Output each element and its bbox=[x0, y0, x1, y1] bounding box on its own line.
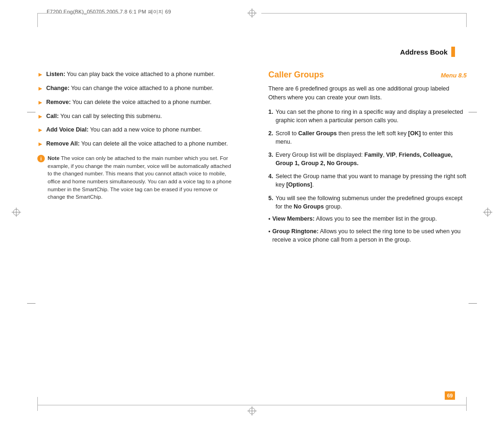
note-text-body: The voice can only be attached to the ma… bbox=[48, 155, 231, 200]
dot-view: • bbox=[268, 215, 270, 223]
sub-bullet-view: • View Members: Allows you to see the me… bbox=[268, 215, 467, 223]
arrow-icon-change: ► bbox=[37, 84, 43, 93]
text-3: Every Group list will be displayed: Fami… bbox=[275, 151, 467, 167]
num-5: 5. bbox=[268, 194, 273, 202]
sub-bullet-ringtone: • Group Ringtone: Allows you to select t… bbox=[268, 227, 467, 244]
list-item-add-voice: ► Add Voice Dial: You can add a new voic… bbox=[37, 125, 236, 135]
text-remove-all: You can delete all the voice attached to… bbox=[81, 140, 228, 147]
label-remove: Remove: bbox=[46, 99, 71, 105]
bold-caller-groups: Caller Groups bbox=[298, 130, 337, 137]
page-number: 69 bbox=[445, 391, 455, 400]
bullet-text-change: Change: You can change the voice attache… bbox=[46, 84, 214, 92]
numbered-item-2: 2. Scroll to Caller Groups then press th… bbox=[268, 129, 467, 146]
sub-bullet-list: • View Members: Allows you to see the me… bbox=[268, 215, 467, 244]
bold-group-ringtone: Group Ringtone: bbox=[272, 228, 318, 235]
left-column: ► Listen: You can play back the voice at… bbox=[37, 70, 245, 377]
address-book-title: Address Book bbox=[400, 48, 448, 56]
bullet-text-remove-all: Remove All: You can delete all the voice… bbox=[46, 139, 228, 148]
numbered-item-4: 4. Select the Group name that you want t… bbox=[268, 172, 467, 189]
side-line-left-1 bbox=[27, 112, 35, 112]
vert-line-left-top bbox=[37, 13, 38, 27]
reg-mark-right bbox=[483, 208, 492, 217]
bold-options: [Options] bbox=[286, 181, 312, 188]
list-item-remove-all: ► Remove All: You can delete all the voi… bbox=[37, 139, 236, 149]
note-icon: i bbox=[37, 155, 45, 162]
text-5: You will see the following submenus unde… bbox=[275, 194, 467, 211]
bullet-text-call: Call: You can call by selecting this sub… bbox=[46, 112, 162, 120]
bold-family: Family bbox=[364, 152, 383, 158]
text-remove: You can delete the voice attached to a p… bbox=[72, 99, 211, 105]
bold-ok: [OK] bbox=[408, 130, 421, 137]
numbered-item-3: 3. Every Group list will be displayed: F… bbox=[268, 151, 467, 167]
text-change: You can change the voice attached to a p… bbox=[71, 85, 213, 91]
list-item-listen: ► Listen: You can play back the voice at… bbox=[37, 70, 236, 79]
num-4: 4. bbox=[268, 172, 273, 181]
num-2: 2. bbox=[268, 129, 273, 138]
vert-line-left-bottom bbox=[37, 397, 38, 411]
bold-no-groups: No Groups bbox=[294, 203, 324, 210]
view-members-text: Allows you to see the member list in the… bbox=[316, 215, 437, 222]
label-change: Change: bbox=[46, 85, 70, 91]
content-area: ► Listen: You can play back the voice at… bbox=[37, 70, 467, 377]
vert-line-right-bottom bbox=[466, 397, 467, 411]
arrow-icon-remove: ► bbox=[37, 98, 43, 107]
text-4: Select the Group name that you want to m… bbox=[275, 172, 467, 189]
arrow-icon-call: ► bbox=[37, 112, 43, 121]
numbered-item-5: 5. You will see the following submenus u… bbox=[268, 194, 467, 211]
label-listen: Listen: bbox=[46, 71, 65, 77]
dot-ringtone: • bbox=[268, 228, 270, 236]
side-line-left-2 bbox=[27, 303, 35, 304]
arrow-icon-listen: ► bbox=[37, 70, 43, 79]
page-wrapper: F7200 Eng(BK)_050705 2005.7.8 6:1 PM 페이지… bbox=[0, 0, 504, 424]
list-item-remove: ► Remove: You can delete the voice attac… bbox=[37, 98, 236, 107]
header-text: F7200 Eng(BK)_050705 2005.7.8 6:1 PM 페이지… bbox=[47, 8, 171, 15]
orange-bar-header bbox=[451, 47, 455, 57]
right-column: Caller Groups Menu 8.5 There are 6 prede… bbox=[264, 70, 467, 377]
top-line-right bbox=[261, 13, 467, 14]
list-item-change: ► Change: You can change the voice attac… bbox=[37, 84, 236, 93]
list-item-call: ► Call: You can call by selecting this s… bbox=[37, 112, 236, 121]
arrow-icon-add-voice: ► bbox=[37, 126, 43, 135]
address-book-header: Address Book bbox=[400, 47, 455, 57]
sub-text-view: View Members: Allows you to see the memb… bbox=[272, 215, 437, 223]
sub-text-ringtone: Group Ringtone: Allows you to select the… bbox=[272, 227, 467, 244]
side-line-right-1 bbox=[469, 112, 477, 112]
label-add-voice: Add Voice Dial: bbox=[46, 126, 89, 133]
reg-mark-bottom bbox=[247, 406, 257, 416]
bullet-text-add-voice: Add Voice Dial: You can add a new voice … bbox=[46, 125, 202, 134]
reg-mark-top bbox=[247, 8, 257, 18]
arrow-icon-remove-all: ► bbox=[37, 140, 43, 149]
text-1: You can set the phone to ring in a speci… bbox=[275, 108, 467, 125]
numbered-item-1: 1. You can set the phone to ring in a sp… bbox=[268, 108, 467, 125]
bullet-text-remove: Remove: You can delete the voice attache… bbox=[46, 98, 211, 106]
text-listen: You can play back the voice attached to … bbox=[67, 71, 215, 77]
section-title: Caller Groups bbox=[268, 70, 324, 80]
vert-line-right-top bbox=[466, 13, 467, 27]
top-line-left bbox=[37, 13, 121, 14]
section-header: Caller Groups Menu 8.5 bbox=[268, 70, 467, 80]
text-call: You can call by selecting this submenu. bbox=[60, 113, 162, 119]
bottom-border bbox=[37, 405, 467, 405]
label-remove-all: Remove All: bbox=[46, 140, 80, 147]
section-intro: There are 6 predefined groups as well as… bbox=[268, 84, 467, 102]
note-content: Note The voice can only be attached to t… bbox=[48, 154, 236, 201]
bold-view-members: View Members: bbox=[272, 215, 315, 222]
bullet-text-listen: Listen: You can play back the voice atta… bbox=[46, 70, 215, 78]
menu-label: Menu 8.5 bbox=[441, 72, 467, 79]
bold-vip: VIP bbox=[386, 152, 395, 158]
label-call: Call: bbox=[46, 113, 59, 119]
bullet-list: ► Listen: You can play back the voice at… bbox=[37, 70, 236, 149]
num-1: 1. bbox=[268, 108, 273, 116]
note-section: i Note The voice can only be attached to… bbox=[37, 154, 236, 201]
text-2: Scroll to Caller Groups then press the l… bbox=[275, 129, 467, 146]
side-line-right-2 bbox=[469, 303, 477, 304]
reg-mark-left bbox=[12, 208, 21, 217]
numbered-list: 1. You can set the phone to ring in a sp… bbox=[268, 108, 467, 211]
note-label: Note bbox=[48, 155, 60, 161]
text-add-voice: You can add a new voice to phone number. bbox=[90, 126, 202, 133]
num-3: 3. bbox=[268, 151, 273, 159]
